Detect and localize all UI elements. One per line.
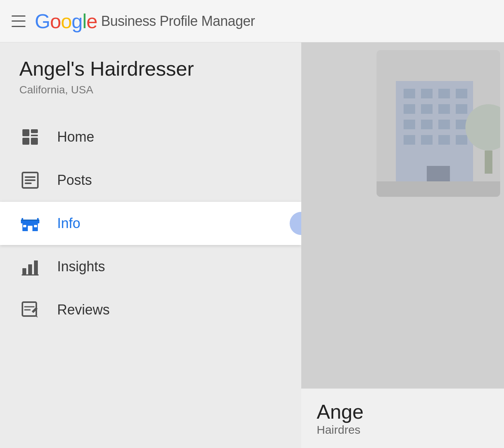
svg-rect-19: [34, 260, 38, 274]
sidebar-item-posts[interactable]: Posts: [0, 159, 301, 202]
svg-rect-7: [25, 179, 36, 181]
right-panel: Ange Hairdres: [301, 42, 504, 448]
svg-rect-3: [22, 138, 29, 145]
app-header: Google Business Profile Manager: [0, 0, 504, 42]
info-label: Info: [57, 215, 80, 232]
main-layout: Angel's Hairdresser California, USA Home: [0, 42, 504, 448]
reviews-icon: [19, 299, 41, 321]
svg-rect-32: [404, 104, 415, 114]
svg-rect-30: [438, 89, 450, 98]
home-icon: [19, 126, 41, 148]
svg-rect-29: [421, 89, 433, 98]
home-label: Home: [57, 129, 94, 145]
svg-marker-25: [35, 314, 38, 318]
google-logo: Google: [35, 10, 97, 33]
svg-rect-18: [28, 264, 32, 274]
info-icon: [19, 213, 41, 234]
svg-rect-28: [404, 89, 415, 98]
svg-rect-35: [456, 104, 467, 114]
svg-rect-13: [34, 225, 37, 227]
sidebar-item-info[interactable]: Info: [0, 202, 301, 245]
business-name: Angel's Hairdresser: [0, 58, 301, 80]
svg-rect-11: [28, 226, 32, 231]
svg-rect-44: [427, 166, 450, 181]
svg-rect-2: [31, 135, 38, 136]
svg-rect-40: [404, 135, 415, 145]
svg-rect-6: [25, 176, 36, 178]
business-photo: [377, 50, 500, 197]
svg-rect-1: [31, 129, 38, 133]
sidebar: Angel's Hairdresser California, USA Home: [0, 42, 301, 448]
svg-rect-42: [438, 135, 450, 145]
business-location: California, USA: [0, 84, 301, 96]
insights-icon: [19, 256, 41, 277]
svg-rect-34: [438, 104, 450, 114]
svg-rect-33: [421, 104, 433, 114]
header-title: Google Business Profile Manager: [35, 10, 255, 33]
svg-rect-0: [22, 129, 29, 136]
map-area: Ange Hairdres: [301, 42, 504, 448]
svg-rect-46: [485, 150, 492, 174]
svg-rect-36: [404, 120, 415, 129]
business-card: Ange Hairdres: [301, 389, 504, 448]
svg-rect-43: [456, 135, 467, 145]
svg-rect-8: [25, 183, 32, 184]
svg-rect-41: [421, 135, 433, 145]
svg-rect-4: [31, 138, 38, 145]
posts-icon: [19, 169, 41, 191]
sidebar-item-reviews[interactable]: Reviews: [0, 288, 301, 331]
svg-rect-47: [377, 181, 500, 197]
reviews-label: Reviews: [57, 302, 110, 318]
svg-rect-20: [22, 274, 39, 276]
insights-label: Insights: [57, 259, 105, 275]
svg-rect-12: [23, 225, 26, 227]
sidebar-item-home[interactable]: Home: [0, 115, 301, 159]
business-card-type: Hairdres: [317, 423, 489, 436]
app-title: Business Profile Manager: [101, 13, 255, 29]
svg-rect-31: [456, 89, 467, 98]
posts-label: Posts: [57, 172, 92, 188]
business-card-name: Ange: [317, 400, 489, 423]
svg-rect-37: [421, 120, 433, 129]
svg-rect-38: [438, 120, 450, 129]
hamburger-menu-button[interactable]: [12, 15, 25, 27]
svg-rect-17: [22, 268, 26, 274]
svg-rect-9: [21, 220, 39, 223]
sidebar-item-insights[interactable]: Insights: [0, 245, 301, 288]
svg-rect-16: [21, 220, 39, 221]
